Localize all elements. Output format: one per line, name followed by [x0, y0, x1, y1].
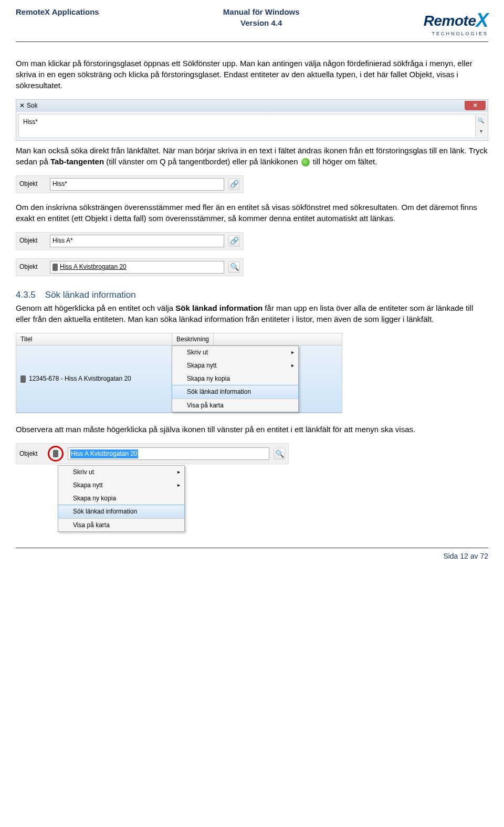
close-button[interactable]: ✕	[465, 101, 486, 110]
object-field-2: Objekt Hiss A* 🔗	[16, 232, 244, 250]
column-description: Beskrivning	[172, 333, 214, 346]
table-header: Titel Beskrivning	[16, 333, 342, 346]
header-rule	[16, 41, 488, 42]
search-window: ✕ Sok ✕ 🔍 ▾	[16, 99, 488, 141]
menu-item-show-map[interactable]: Visa på karta	[172, 399, 298, 412]
logo: RemoteX TECHNOLOGIES	[424, 6, 488, 37]
field-label: Objekt	[19, 180, 46, 189]
table-row[interactable]: 12345-678 - Hiss A Kvistbrogatan 20 Skri…	[16, 346, 342, 413]
chevron-right-icon: ▸	[177, 481, 180, 489]
link-button[interactable]: 🔗	[228, 235, 240, 247]
entity-icon	[52, 264, 58, 271]
search-window-controls[interactable]: 🔍 ▾	[475, 116, 486, 137]
page-footer: Sida 12 av 72	[16, 551, 488, 562]
object-field-3: Objekt Hiss A Kvistbrogatan 20 🔍	[16, 258, 244, 276]
field-input[interactable]: Hiss*	[50, 178, 224, 191]
footer-rule	[16, 548, 488, 548]
search-button[interactable]: 🔍	[228, 261, 240, 273]
object-field-1: Objekt Hiss* 🔗	[16, 175, 244, 193]
page-header: RemoteX Applications Manual för Windows …	[16, 6, 488, 37]
search-button[interactable]: 🔍	[274, 448, 285, 459]
field-label: Objekt	[19, 236, 46, 245]
context-menu-example-table: Titel Beskrivning 12345-678 - Hiss A Kvi…	[16, 333, 342, 414]
section-heading: 4.3.5Sök länkad information	[16, 289, 488, 301]
menu-item-create-new[interactable]: Skapa nytt▸	[58, 479, 184, 492]
entity-icon[interactable]	[53, 450, 58, 457]
menu-item-create-copy[interactable]: Skapa ny kopia	[58, 492, 184, 505]
row-title: 12345-678 - Hiss A Kvistbrogatan 20	[29, 374, 131, 383]
link-icon	[301, 158, 310, 166]
menu-item-show-map[interactable]: Visa på karta	[58, 518, 184, 532]
menu-item-create-new[interactable]: Skapa nytt▸	[172, 359, 298, 372]
manual-version: Version 4.4	[223, 17, 300, 28]
magnify-icon: ✕	[19, 101, 25, 110]
chevron-right-icon: ▸	[291, 349, 294, 356]
linkfield-row: Objekt Hiss A Kvistbrogatan 20 🔍	[16, 443, 289, 464]
search-window-titlebar: ✕ Sok ✕	[16, 100, 488, 112]
linkfield-context-menu-example: Objekt Hiss A Kvistbrogatan 20 🔍 Skriv u…	[16, 443, 289, 532]
search-window-title: Sok	[27, 101, 38, 110]
entity-icon	[20, 375, 26, 383]
magnify-icon: 🔍	[478, 117, 484, 124]
paragraph-5: Observera att man måste högerklicka på s…	[16, 424, 488, 435]
logo-wordmark: RemoteX	[424, 6, 488, 33]
context-menu: Skriv ut▸ Skapa nytt▸ Skapa ny kopia Sök…	[172, 346, 299, 412]
manual-title: Manual för Windows	[223, 6, 300, 17]
field-input[interactable]: Hiss A Kvistbrogatan 20	[68, 447, 269, 460]
paragraph-1: Om man klickar på förstoringsglaset öppn…	[16, 58, 488, 91]
search-window-input[interactable]	[22, 118, 234, 126]
field-label: Objekt	[19, 449, 46, 458]
section-title: Sök länkad information	[45, 290, 136, 300]
section-number: 4.3.5	[16, 290, 36, 300]
icon-highlight-circle	[48, 446, 64, 462]
paragraph-3: Om den inskrivna söksträngen överensstäm…	[16, 202, 488, 224]
menu-item-print[interactable]: Skriv ut▸	[58, 466, 184, 479]
link-icon: 🔗	[230, 179, 239, 190]
chevron-right-icon: ▸	[177, 468, 180, 476]
logo-x-icon: X	[476, 9, 488, 31]
chevron-right-icon: ▸	[291, 362, 294, 369]
link-icon: 🔗	[230, 236, 239, 246]
column-title: Titel	[16, 333, 172, 346]
magnify-icon: 🔍	[275, 449, 284, 459]
paragraph-2: Man kan också söka direkt från länkfälte…	[16, 145, 488, 167]
menu-item-print[interactable]: Skriv ut▸	[172, 346, 298, 359]
chevron-down-icon: ▾	[480, 128, 482, 135]
search-window-body: 🔍 ▾	[18, 114, 486, 138]
menu-item-search-linked[interactable]: Sök länkad information	[172, 385, 299, 399]
menu-item-search-linked[interactable]: Sök länkad information	[58, 505, 185, 519]
field-input[interactable]: Hiss A*	[50, 235, 224, 247]
header-left: RemoteX Applications	[16, 6, 99, 17]
context-menu: Skriv ut▸ Skapa nytt▸ Skapa ny kopia Sök…	[58, 465, 185, 532]
magnify-icon: 🔍	[230, 262, 239, 273]
menu-item-create-copy[interactable]: Skapa ny kopia	[172, 372, 298, 385]
paragraph-4: Genom att högerklicka på en entitet och …	[16, 302, 488, 324]
header-center: Manual för Windows Version 4.4	[223, 6, 300, 28]
field-label: Objekt	[19, 263, 46, 271]
field-input[interactable]: Hiss A Kvistbrogatan 20	[50, 261, 224, 274]
link-button[interactable]: 🔗	[228, 179, 240, 190]
